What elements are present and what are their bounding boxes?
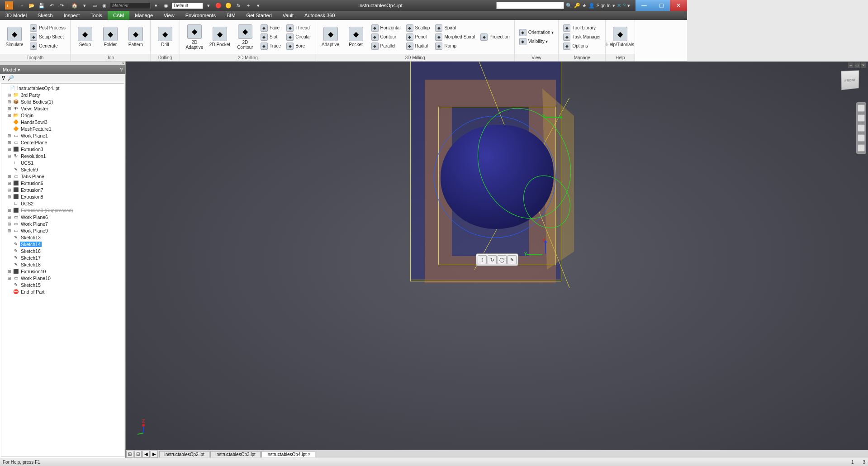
tree-node[interactable]: ⊞▭Tabs Plane (1, 173, 124, 180)
minimize-button[interactable]: — (636, 0, 653, 11)
model-tree[interactable]: 📄InstructablesOp4.ipt⊞📁3rd Party⊞📦Solid … (1, 83, 124, 376)
menu-tab-sketch[interactable]: Sketch (32, 11, 58, 20)
key-icon[interactable]: 🔑 (574, 3, 580, 9)
tree-node[interactable]: 🔶MeshFeature1 (1, 125, 124, 132)
menu-tab-cam[interactable]: CAM (108, 11, 129, 20)
tree-node[interactable]: ⊞📂Origin (1, 112, 124, 119)
exchange-icon[interactable]: ✕ (617, 3, 621, 9)
drill-button[interactable]: ◆Drill (153, 26, 177, 48)
tree-node[interactable]: ∟UCS2 (1, 200, 124, 207)
setup-sheet-button[interactable]: ◆Setup Sheet (28, 33, 67, 41)
app-icon[interactable]: I (2, 1, 16, 10)
help-icon[interactable]: ? (623, 3, 626, 8)
menu-tab-inspect[interactable]: Inspect (58, 11, 85, 20)
2d-pocket-button[interactable]: ◆2D Pocket (208, 26, 232, 48)
maximize-button[interactable]: ▢ (653, 0, 670, 11)
expand-icon[interactable]: ⊞ (7, 106, 12, 111)
expand-icon[interactable]: ⊞ (7, 276, 12, 281)
slot-button[interactable]: ◆Slot (259, 33, 283, 41)
spiral-button[interactable]: ◆Spiral (433, 24, 477, 32)
filter-icon[interactable]: ∇ (2, 75, 5, 81)
menu-tab-environments[interactable]: Environments (180, 11, 221, 20)
menu-tab-manage[interactable]: Manage (129, 11, 158, 20)
home-icon[interactable]: 🏠 (70, 1, 79, 10)
bore-button[interactable]: ◆Bore (285, 42, 313, 50)
2d-adaptive-button[interactable]: ◆2D Adaptive (183, 24, 206, 51)
visibility-button[interactable]: ◆Visibility ▾ (517, 38, 556, 46)
trace-button[interactable]: ◆Trace (259, 42, 283, 50)
extrude-icon[interactable]: ⇧ (478, 255, 487, 264)
menu-tab-bim[interactable]: BIM (221, 11, 241, 20)
tree-node[interactable]: ⊞📁3rd Party (1, 91, 124, 98)
appearance-dropdown[interactable]: Default (171, 2, 203, 9)
expand-icon[interactable]: ⊞ (7, 222, 12, 226)
tree-node[interactable]: ✎Sketch16 (1, 247, 124, 254)
options-button[interactable]: ◆Options (561, 42, 602, 50)
new-icon[interactable]: ▫ (17, 1, 26, 10)
horizontal-button[interactable]: ◆Horizontal (370, 24, 403, 32)
tree-node[interactable]: ⊞↻Revolution1 (1, 152, 124, 159)
star-icon[interactable]: ★ (582, 3, 587, 9)
tree-node[interactable]: ⊞⬛Extrusion9 (Suppressed) (1, 207, 124, 214)
sphere-icon[interactable]: ◉ (100, 1, 109, 10)
expand-icon[interactable]: ⊞ (7, 140, 12, 145)
appearance-sphere-icon[interactable]: ◉ (161, 1, 171, 10)
tool-library-button[interactable]: ◆Tool Library (561, 24, 602, 32)
expand-icon[interactable]: ⊞ (7, 215, 12, 219)
tree-node[interactable]: ✎Sketch18 (1, 261, 124, 268)
pocket-button[interactable]: ◆Pocket (344, 26, 368, 48)
expand-icon[interactable]: ⊞ (7, 174, 12, 179)
tree-node[interactable]: ⊞⬛Extrusion10 (1, 268, 124, 275)
menu-tab-tools[interactable]: Tools (85, 11, 108, 20)
redo-icon[interactable]: ↷ (57, 1, 66, 10)
material-dropdown[interactable]: Material (110, 2, 151, 9)
ramp-button[interactable]: ◆Ramp (433, 42, 477, 50)
tree-node[interactable]: ⊞📦Solid Bodies(1) (1, 98, 124, 105)
expand-icon[interactable]: ⊞ (7, 269, 12, 274)
tree-node[interactable]: ∟UCS1 (1, 159, 124, 166)
expand-icon[interactable]: ⊞ (7, 181, 12, 185)
tree-node[interactable]: ⊞▭Work Plane1 (1, 132, 124, 139)
expand-icon[interactable]: ⊞ (7, 208, 12, 213)
radial-button[interactable]: ◆Radial (404, 42, 432, 50)
qat-customize-icon[interactable]: ▾ (254, 1, 263, 10)
setup-button[interactable]: ◆Setup (73, 26, 97, 48)
orientation-button[interactable]: ◆Orientation ▾ (517, 29, 556, 37)
tree-node[interactable]: ✎Sketch9 (1, 166, 124, 173)
tree-node[interactable]: ⊞▭CenterPlane (1, 139, 124, 146)
find-icon[interactable]: 🔎 (8, 75, 14, 81)
help-icon[interactable]: ? (120, 67, 123, 72)
undo-icon[interactable]: ↶ (47, 1, 56, 10)
close-button[interactable]: ✕ (670, 0, 687, 11)
tree-node[interactable]: 🔶HandsBowl3 (1, 119, 124, 125)
post-process-button[interactable]: ◆Post Process (28, 24, 67, 32)
face-button[interactable]: ◆Face (259, 24, 283, 32)
search-icon[interactable]: 🔍 (566, 3, 572, 9)
expand-icon[interactable]: ⊞ (7, 228, 12, 233)
expand-icon[interactable]: ⊞ (7, 93, 12, 97)
2d-contour-button[interactable]: ◆2D Contour (233, 24, 257, 51)
tree-node[interactable]: ⊞▭Work Plane7 (1, 220, 124, 227)
fx-icon[interactable]: fx (234, 1, 243, 10)
tree-node[interactable]: 📄InstructablesOp4.ipt (1, 85, 124, 91)
help-tutorials-button[interactable]: ◆Help/Tutorials (608, 26, 632, 48)
chevron-down-icon[interactable]: ▾ (204, 1, 213, 10)
tree-node[interactable]: ⛔End of Part (1, 288, 124, 295)
search-input[interactable] (496, 2, 564, 9)
menu-tab-vault[interactable]: Vault (277, 11, 299, 20)
tree-node[interactable]: ⊞▭Work Plane6 (1, 214, 124, 220)
tree-node[interactable]: ✎Sketch15 (1, 281, 124, 288)
simulate-button[interactable]: ◆Simulate (3, 26, 26, 48)
viewport[interactable]: – ▭ × FRONT (126, 62, 687, 376)
select-icon[interactable]: ▭ (90, 1, 99, 10)
expand-icon[interactable]: ⊞ (7, 113, 12, 118)
projection-button[interactable]: ◆Projection (479, 33, 511, 41)
generate-button[interactable]: ◆Generate (28, 42, 67, 50)
tree-node[interactable]: ✎Sketch13 (1, 234, 124, 241)
tree-node[interactable]: ✎Sketch17 (1, 254, 124, 261)
chevron-down-icon[interactable]: ▾ (80, 1, 89, 10)
contour-button[interactable]: ◆Contour (370, 33, 403, 41)
chevron-down-icon[interactable]: ▾ (152, 1, 161, 10)
open-icon[interactable]: 📂 (27, 1, 36, 10)
task-manager-button[interactable]: ◆Task Manager (561, 33, 602, 41)
